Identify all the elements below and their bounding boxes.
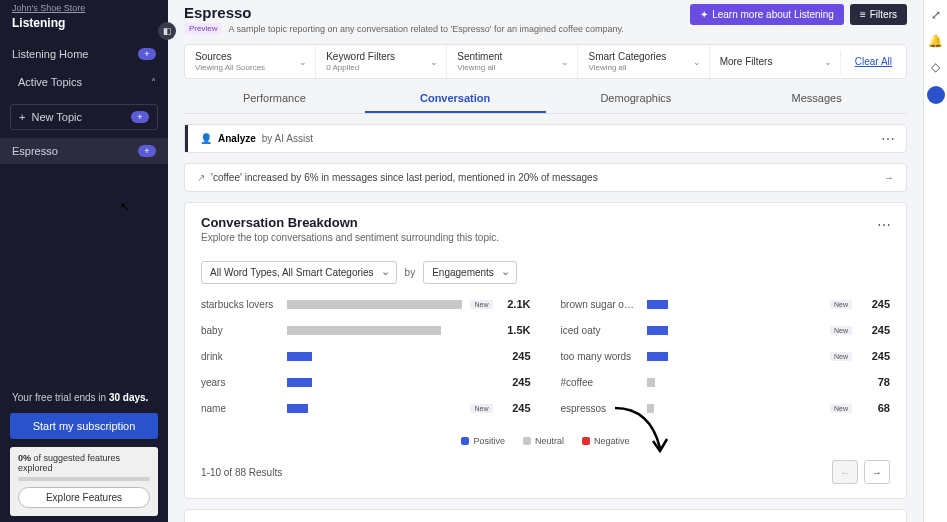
- ai-assist-icon: 👤: [200, 133, 212, 144]
- analyze-card: 👤 Analyze by AI Assist ⋯: [184, 124, 907, 153]
- bar-track: [647, 300, 822, 309]
- bar-label: starbucks lovers: [201, 299, 279, 310]
- filter-sentiment[interactable]: Sentiment Viewing all ⌄: [447, 45, 578, 78]
- next-page-button[interactable]: →: [864, 460, 890, 484]
- start-subscription-button[interactable]: Start my subscription: [10, 413, 158, 439]
- section-listening: Listening: [0, 13, 168, 40]
- breakdown-controls: All Word Types, All Smart Categories by …: [201, 261, 890, 284]
- bar-row[interactable]: iced oatyNew245: [561, 324, 891, 336]
- arrow-right-icon[interactable]: →: [884, 172, 894, 183]
- legend-positive: Positive: [473, 436, 505, 446]
- sparkle-icon: ✦: [700, 9, 708, 20]
- bar-row[interactable]: starbucks loversNew2.1K: [201, 298, 531, 310]
- bar-label: name: [201, 403, 279, 414]
- bell-icon[interactable]: 🔔: [928, 34, 943, 48]
- chevron-down-icon: ⌄: [430, 57, 438, 67]
- bar-track: [287, 352, 493, 361]
- conversation-breakdown-card: Conversation Breakdown Explore the top c…: [184, 202, 907, 499]
- filters-button[interactable]: ≡ Filters: [850, 4, 907, 25]
- content-scroll[interactable]: 👤 Analyze by AI Assist ⋯ ↗ 'coffee' incr…: [168, 114, 923, 522]
- avatar[interactable]: [927, 86, 945, 104]
- bar-row[interactable]: nameNew245: [201, 402, 531, 414]
- filter-icon: ≡: [860, 9, 866, 20]
- chevron-down-icon: ⌄: [561, 57, 569, 67]
- insight-text: 'coffee' increased by 6% in messages sin…: [211, 172, 598, 183]
- expand-icon[interactable]: ⤢: [931, 8, 941, 22]
- new-topic-label: New Topic: [31, 111, 82, 123]
- bar-value: 245: [860, 350, 890, 362]
- insight-card: ↗ 'coffee' increased by 6% in messages s…: [184, 163, 907, 192]
- tab-conversation[interactable]: Conversation: [365, 85, 546, 113]
- bar-track: [287, 378, 493, 387]
- explore-features-button[interactable]: Explore Features: [18, 487, 150, 508]
- bar-value: 245: [501, 376, 531, 388]
- trend-up-icon: ↗: [197, 172, 205, 183]
- new-badge: New: [830, 300, 852, 309]
- bar-track: [287, 326, 493, 335]
- filter-more[interactable]: More Filters ⌄: [710, 50, 841, 74]
- collapse-sidebar-button[interactable]: ◧: [158, 22, 176, 40]
- bar-track: [647, 404, 822, 413]
- content-tabs: Performance Conversation Demographics Me…: [184, 85, 907, 114]
- new-badge: New: [830, 326, 852, 335]
- filter-smart-categories[interactable]: Smart Categories Viewing all ⌄: [578, 45, 709, 78]
- word-types-dropdown[interactable]: All Word Types, All Smart Categories: [201, 261, 397, 284]
- add-icon[interactable]: [131, 111, 149, 123]
- tab-messages[interactable]: Messages: [726, 85, 907, 113]
- bar-row[interactable]: drink245: [201, 350, 531, 362]
- bar-label: too many words: [561, 351, 639, 362]
- bar-row[interactable]: #coffee78: [561, 376, 891, 388]
- right-rail: ⤢ 🔔 ◇: [923, 0, 947, 522]
- trial-notice: Your free trial ends in 30 days.: [0, 386, 168, 409]
- bar-label: iced oaty: [561, 325, 639, 336]
- bar-row[interactable]: brown sugar oat ...New245: [561, 298, 891, 310]
- preview-badge: Preview: [184, 23, 222, 34]
- tab-performance[interactable]: Performance: [184, 85, 365, 113]
- bar-row[interactable]: years245: [201, 376, 531, 388]
- bar-value: 245: [501, 350, 531, 362]
- bookmark-icon[interactable]: ◇: [931, 60, 940, 74]
- insight-row[interactable]: ↗ 'coffee' increased by 6% in messages s…: [185, 164, 906, 191]
- filter-keywords[interactable]: Keyword Filters 0 Applied ⌄: [316, 45, 447, 78]
- legend-neutral: Neutral: [535, 436, 564, 446]
- learn-more-label: Learn more about Listening: [712, 9, 834, 20]
- bar-track: [647, 378, 853, 387]
- sidebar-topic-espresso[interactable]: Espresso: [0, 138, 168, 164]
- topic-label: Espresso: [12, 145, 58, 157]
- more-options-button[interactable]: ⋯: [881, 131, 896, 147]
- chevron-down-icon: ⌄: [824, 57, 832, 67]
- bar-track: [647, 326, 822, 335]
- new-badge: New: [470, 300, 492, 309]
- tab-demographics[interactable]: Demographics: [546, 85, 727, 113]
- sort-dropdown[interactable]: Engagements: [423, 261, 517, 284]
- more-options-button[interactable]: ⋯: [877, 217, 892, 233]
- word-cloud-card: Word Cloud: [184, 509, 907, 522]
- bar-label: espressos: [561, 403, 639, 414]
- bar-track: [287, 404, 462, 413]
- clear-all-button[interactable]: Clear All: [841, 56, 906, 67]
- bar-label: baby: [201, 325, 279, 336]
- sidebar: John's Shoe Store Listening Listening Ho…: [0, 0, 168, 522]
- add-icon[interactable]: [138, 145, 156, 157]
- page-header: Espresso Preview A sample topic reportin…: [168, 0, 923, 40]
- sidebar-item-label: Active Topics: [18, 76, 82, 88]
- add-icon[interactable]: [138, 48, 156, 60]
- bar-row[interactable]: espressosNew68: [561, 402, 891, 414]
- filter-sources[interactable]: Sources Viewing All Sources ⌄: [185, 45, 316, 78]
- sidebar-item-label: Listening Home: [12, 48, 88, 60]
- bar-row[interactable]: too many wordsNew245: [561, 350, 891, 362]
- learn-more-button[interactable]: ✦ Learn more about Listening: [690, 4, 844, 25]
- new-topic-button[interactable]: +New Topic: [10, 104, 158, 130]
- sidebar-item-active-topics[interactable]: Active Topics ˄: [0, 68, 168, 96]
- sidebar-item-listening-home[interactable]: Listening Home: [0, 40, 168, 68]
- analyze-header: 👤 Analyze by AI Assist ⋯: [185, 125, 906, 152]
- store-name-link[interactable]: John's Shoe Store: [0, 0, 168, 13]
- breakdown-subtitle: Explore the top conversations and sentim…: [201, 232, 890, 243]
- chevron-down-icon: ⌄: [693, 57, 701, 67]
- pagination: 1-10 of 88 Results ← →: [201, 460, 890, 484]
- prev-page-button[interactable]: ←: [832, 460, 858, 484]
- bar-row[interactable]: baby1.5K: [201, 324, 531, 336]
- bar-value: 245: [860, 324, 890, 336]
- sentiment-legend: Positive Neutral Negative: [201, 436, 890, 446]
- bar-value: 78: [860, 376, 890, 388]
